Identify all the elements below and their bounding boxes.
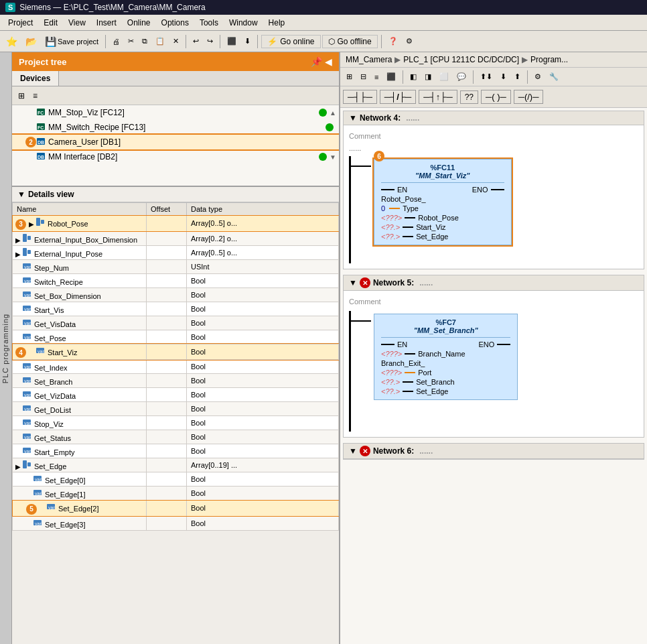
tree-item-mm-interface[interactable]: DB MM Interface [DB2] ▼: [12, 149, 339, 164]
menu-help[interactable]: Help: [263, 17, 291, 29]
go-online-btn[interactable]: ⚡ Go online: [261, 35, 320, 48]
bn-wire: [405, 353, 415, 355]
icon-var-switch-recipe: var: [22, 278, 31, 286]
close-panel-btn[interactable]: ◀: [325, 56, 332, 67]
table-row-set-edge-1[interactable]: ▶varSet_Edge[1]Bool: [13, 487, 339, 501]
table-row-stop-viz[interactable]: ▶varStop_VizBool: [13, 416, 339, 430]
settings-btn[interactable]: ⚙: [403, 35, 416, 48]
paste-btn[interactable]: 📋: [152, 35, 168, 48]
table-row-robot-pose[interactable]: 3▶Robot_PoseArray[0..5] o...: [13, 216, 339, 232]
rt-btn3[interactable]: ≡: [371, 71, 382, 83]
open-btn[interactable]: 📂: [22, 34, 40, 49]
rt-btn4[interactable]: ⬛: [383, 70, 399, 83]
menu-tools[interactable]: Tools: [194, 17, 224, 29]
fc11-block[interactable]: %FC11 "MM_Start_Viz" EN: [374, 159, 512, 245]
svg-rect-12: [23, 248, 27, 256]
nc-contact-btn[interactable]: ─┤/├─: [380, 90, 416, 104]
tree-view-btn[interactable]: ⊞: [15, 89, 28, 103]
tree-item-mm-stop-viz[interactable]: FC MM_Stop_Viz [FC12] ▲: [12, 105, 339, 120]
menu-window[interactable]: Window: [224, 17, 263, 29]
func-btn[interactable]: ??: [460, 90, 478, 104]
table-row-ext-input-pose[interactable]: ▶External_Input_PoseArray[0..5] o...: [13, 245, 339, 259]
network-area[interactable]: ▼ Network 4: ...... Comment ......: [340, 108, 647, 644]
fc11-ports: EN Robot_Pose_ 0 Type: [381, 186, 504, 241]
side-label-text: PLC programming: [2, 313, 10, 383]
table-row-start-empty[interactable]: ▶varStart_EmptyBool: [13, 444, 339, 458]
delete-btn[interactable]: ✕: [169, 35, 182, 48]
menu-edit[interactable]: Edit: [38, 17, 63, 29]
go-offline-btn[interactable]: ⬡ Go offline: [322, 35, 378, 48]
ncoil-btn[interactable]: ─(/)─: [514, 90, 544, 104]
rt-btn7[interactable]: ⬜: [436, 70, 452, 83]
copy-btn[interactable]: ⧉: [139, 35, 151, 48]
pin-btn[interactable]: 📌: [311, 56, 322, 67]
network-4-header[interactable]: ▼ Network 4: ......: [344, 111, 644, 125]
table-row-set-pose[interactable]: ▶varSet_PoseBool: [13, 330, 339, 344]
table-row-get-status[interactable]: ▶varGet_StatusBool: [13, 430, 339, 444]
fc7-block[interactable]: %FC7 "MM_Set_Branch" EN: [374, 314, 518, 400]
save-btn[interactable]: 💾 Save project: [42, 34, 102, 49]
type-wire: [389, 208, 400, 209]
cell-offset-set-branch: [147, 374, 187, 388]
cell-offset-set-index: [147, 360, 187, 374]
svg-text:DB: DB: [38, 155, 44, 159]
compile-btn[interactable]: ⬛: [224, 35, 240, 48]
coil-btn[interactable]: ─( )─: [481, 90, 511, 104]
network-6-header[interactable]: ▼ ✕ Network 6: ......: [344, 444, 644, 459]
download-btn[interactable]: ⬇: [241, 35, 254, 48]
cell-name-start-vis: ▶varStart_Vis: [13, 302, 147, 316]
table-row-set-edge[interactable]: ▶Set_EdgeArray[0..19] ...: [13, 458, 339, 472]
menu-project[interactable]: Project: [3, 17, 38, 29]
rt-btn13[interactable]: 🔧: [546, 70, 562, 83]
table-row-set-box-dim[interactable]: ▶varSet_Box_DimensionBool: [13, 287, 339, 302]
tree-list-btn[interactable]: ≡: [29, 89, 41, 103]
network-5-header[interactable]: ▼ ✕ Network 5: ......: [344, 275, 644, 291]
menu-insert[interactable]: Insert: [91, 17, 122, 29]
table-row-set-branch[interactable]: ▶varSet_BranchBool: [13, 374, 339, 388]
row-label-start-vis: Start_Vis: [34, 306, 64, 314]
undo-btn[interactable]: ↩: [190, 35, 202, 48]
table-row-step-num[interactable]: ▶varStep_NumUSInt: [13, 259, 339, 273]
row-label-get-status: Get_Status: [34, 434, 71, 442]
table-row-set-index[interactable]: ▶varSet_IndexBool: [13, 360, 339, 374]
network5-rung: %FC7 "MM_Set_Branch" EN: [349, 311, 638, 432]
table-row-set-edge-0[interactable]: ▶varSet_Edge[0]Bool: [13, 472, 339, 487]
menu-online[interactable]: Online: [122, 17, 156, 29]
rt-btn12[interactable]: ⚙: [531, 70, 545, 83]
table-row-get-visdata[interactable]: ▶varGet_VisDataBool: [13, 316, 339, 330]
table-row-start-vis[interactable]: ▶varStart_VisBool: [13, 302, 339, 316]
rt-btn6[interactable]: ◨: [421, 70, 435, 83]
tab-devices[interactable]: Devices: [12, 71, 59, 86]
rt-btn11[interactable]: ⬆: [511, 70, 524, 83]
table-row-set-edge-2[interactable]: 5▶varSet_Edge[2]Bool: [13, 501, 339, 517]
rt-btn8[interactable]: 💬: [453, 70, 470, 83]
menu-view[interactable]: View: [63, 17, 91, 29]
table-row-ext-input-box[interactable]: ▶External_Input_Box_DimensionArray[0..2]…: [13, 231, 339, 245]
help-btn[interactable]: ❓: [385, 35, 401, 48]
tree-item-camera-user[interactable]: 2 DB Camera_User [DB1]: [12, 135, 339, 149]
rp-wire: [405, 217, 415, 218]
table-row-set-edge-3[interactable]: ▶varSet_Edge[3]Bool: [13, 516, 339, 530]
new-btn[interactable]: ⭐: [3, 34, 21, 49]
redo-btn[interactable]: ↪: [204, 35, 216, 48]
annot-3: 3: [15, 219, 26, 230]
rt-btn10[interactable]: ⬇: [497, 70, 510, 83]
no-contact-btn[interactable]: ─┤├─: [343, 90, 377, 104]
cut-btn[interactable]: ✂: [125, 35, 137, 48]
rt-btn5[interactable]: ◧: [407, 70, 420, 83]
table-row-get-dolist[interactable]: ▶varGet_DoListBool: [13, 402, 339, 416]
rt-btn1[interactable]: ⊞: [343, 70, 356, 83]
table-row-get-vizdata[interactable]: ▶varGet_VizDataBool: [13, 388, 339, 402]
rt-btn9[interactable]: ⬆⬇: [477, 70, 496, 83]
menu-options[interactable]: Options: [156, 17, 194, 29]
scroll-hint: ▲: [330, 109, 336, 117]
pos-edge-btn[interactable]: ─┤↑├─: [419, 90, 457, 104]
svg-text:var: var: [24, 365, 31, 369]
print-btn[interactable]: 🖨: [109, 36, 123, 48]
table-row-start-viz[interactable]: 4▶varStart_VizBool: [13, 344, 339, 360]
rt-btn2[interactable]: ⊟: [357, 70, 370, 83]
ladder-toolbar: ─┤├─ ─┤/├─ ─┤↑├─ ?? ─( )─ ─(/)─: [340, 86, 647, 108]
table-row-switch-recipe[interactable]: ▶varSwitch_RecipeBool: [13, 273, 339, 287]
tree-item-mm-switch-recipe[interactable]: FC MM_Switch_Recipe [FC13]: [12, 120, 339, 135]
row-label-set-pose: Set_Pose: [34, 334, 66, 342]
